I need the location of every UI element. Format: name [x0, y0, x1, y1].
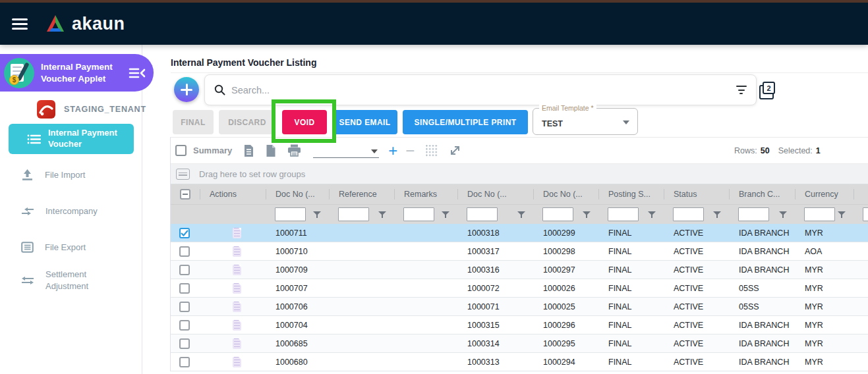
- filter-list-icon[interactable]: [736, 86, 747, 94]
- search-input[interactable]: [231, 85, 736, 95]
- column-header-doc-no[interactable]: Doc No (...: [266, 184, 330, 204]
- applet-avatar-icon: [4, 58, 34, 88]
- sidebar-item-internal-payment-voucher[interactable]: Internal Payment Voucher: [9, 124, 134, 154]
- column-header-status[interactable]: Status: [664, 184, 730, 204]
- funnel-icon[interactable]: [583, 211, 591, 219]
- export-file-icon[interactable]: [243, 144, 254, 157]
- cell-doc-no: 1000711: [266, 228, 330, 238]
- send-email-button[interactable]: SEND EMAIL: [332, 110, 397, 134]
- void-button[interactable]: VOID: [282, 110, 327, 134]
- table-row[interactable]: 1000704 1000315 1000296 FINAL ACTIVE IDA…: [171, 316, 868, 334]
- summary-label: Summary: [193, 146, 232, 155]
- blank-file-icon[interactable]: [266, 144, 276, 157]
- column-header-posting-status[interactable]: Posting S...: [599, 184, 664, 204]
- document-action-icon[interactable]: [233, 357, 241, 367]
- cell-doc-no: 1000704: [266, 321, 330, 330]
- sidebar-item-settlement-adjustment[interactable]: Settlement Adjustment: [21, 269, 105, 292]
- final-button[interactable]: FINAL: [173, 110, 214, 134]
- funnel-icon[interactable]: [779, 211, 787, 219]
- row-checkbox[interactable]: [179, 338, 190, 349]
- list-box-icon: [21, 242, 34, 253]
- applet-banner: Internal Payment Voucher Applet: [0, 54, 154, 92]
- minus-icon[interactable]: [405, 143, 415, 159]
- select-all-checkbox[interactable]: [180, 189, 190, 200]
- row-checkbox[interactable]: [179, 246, 190, 257]
- table-row[interactable]: 1000709 1000316 1000297 FINAL ACTIVE IDA…: [171, 261, 868, 279]
- document-action-icon[interactable]: [233, 320, 241, 331]
- row-checkbox[interactable]: [179, 228, 190, 238]
- cell-posting-status: FINAL: [599, 265, 664, 275]
- grid-toolbar: Summary: [171, 138, 868, 164]
- filter-input[interactable]: [338, 207, 369, 221]
- cell-branch: IDA BRANCH: [730, 358, 796, 367]
- funnel-icon[interactable]: [838, 211, 846, 219]
- sidebar-item-intercompany[interactable]: Intercompany: [21, 205, 98, 217]
- row-checkbox[interactable]: [179, 265, 190, 275]
- grid-dots-icon[interactable]: [425, 144, 438, 157]
- funnel-icon[interactable]: [313, 211, 321, 219]
- filter-input[interactable]: [542, 207, 573, 221]
- multi-page-icon[interactable]: [759, 82, 776, 98]
- print-icon[interactable]: [287, 144, 301, 157]
- column-header-actions[interactable]: Actions: [200, 184, 266, 204]
- column-header-branch-code[interactable]: Branch C...: [730, 184, 796, 204]
- row-group-drop-zone[interactable]: Drag here to set row groups: [171, 164, 868, 184]
- funnel-icon[interactable]: [442, 211, 449, 219]
- cell-doc-no-2: 1000071: [458, 302, 534, 311]
- table-row[interactable]: 1000710 1000317 1000298 FINAL ACTIVE IDA…: [171, 242, 868, 261]
- sidebar-collapse-icon[interactable]: [129, 67, 146, 80]
- column-header-reference[interactable]: Reference: [330, 184, 395, 204]
- filter-input[interactable]: [804, 207, 835, 221]
- intercompany-arrows-icon: [21, 206, 34, 217]
- discard-button[interactable]: DISCARD: [219, 110, 275, 134]
- summary-checkbox[interactable]: [175, 145, 187, 156]
- funnel-icon[interactable]: [378, 211, 386, 219]
- sidebar-item-file-import[interactable]: File Import: [21, 169, 85, 181]
- hamburger-menu-icon[interactable]: [12, 18, 28, 30]
- filter-input[interactable]: [863, 207, 868, 221]
- table-row[interactable]: 1000707 1000072 1000026 FINAL ACTIVE 05S…: [171, 279, 868, 298]
- add-button[interactable]: [174, 77, 199, 102]
- table-row[interactable]: 1000680 1000313 1000294 FINAL ACTIVE IDA…: [171, 353, 868, 371]
- sidebar-item-tenant[interactable]: STAGING_TENANT: [37, 100, 146, 119]
- table-row[interactable]: 1000711 1000318 1000299 FINAL ACTIVE IDA…: [171, 224, 868, 242]
- expand-icon[interactable]: [449, 144, 461, 157]
- funnel-icon[interactable]: [517, 211, 525, 219]
- filter-input[interactable]: [275, 207, 306, 221]
- single-multiple-print-button[interactable]: SINGLE/MULTIPLE PRINT: [403, 110, 528, 134]
- document-action-icon[interactable]: [233, 302, 241, 312]
- document-action-icon[interactable]: [233, 338, 241, 349]
- table-row[interactable]: 1000706 1000071 1000025 FINAL ACTIVE 05S…: [171, 298, 868, 316]
- filter-input[interactable]: [403, 207, 434, 221]
- logo-triangle-icon: [45, 14, 66, 33]
- cell-doc-no-2: 1000315: [458, 321, 534, 330]
- filter-input[interactable]: [738, 207, 769, 221]
- page-title: Internal Payment Voucher Listing: [171, 57, 316, 68]
- cell-posting-status: FINAL: [599, 321, 664, 330]
- column-header-currency[interactable]: Currency: [796, 184, 854, 204]
- cell-status: ACTIVE: [664, 265, 730, 275]
- document-action-icon[interactable]: [233, 246, 241, 257]
- filter-input[interactable]: [608, 207, 639, 221]
- table-row[interactable]: 1000685 1000314 1000295 FINAL ACTIVE IDA…: [171, 334, 868, 353]
- document-action-icon[interactable]: [233, 283, 241, 294]
- sidebar-item-file-export[interactable]: File Export: [21, 242, 86, 254]
- document-action-icon[interactable]: [233, 265, 241, 275]
- funnel-icon[interactable]: [713, 211, 721, 219]
- akaun-logo[interactable]: akaun: [45, 14, 125, 34]
- row-checkbox[interactable]: [179, 357, 190, 367]
- document-action-icon[interactable]: [233, 228, 241, 238]
- template-dropdown[interactable]: [313, 144, 379, 158]
- column-header-doc-no-3[interactable]: Doc No (...: [534, 184, 599, 204]
- row-checkbox[interactable]: [179, 302, 190, 312]
- filter-input[interactable]: [673, 207, 704, 221]
- column-header-remarks[interactable]: Remarks: [395, 184, 458, 204]
- row-checkbox[interactable]: [179, 283, 190, 294]
- column-header-doc-no-2[interactable]: Doc No (...: [458, 184, 534, 204]
- cell-doc-no-2: 1000313: [458, 358, 534, 367]
- filter-input[interactable]: [467, 207, 498, 221]
- funnel-icon[interactable]: [648, 211, 656, 219]
- row-checkbox[interactable]: [179, 320, 190, 331]
- plus-icon[interactable]: [388, 143, 397, 159]
- email-template-select[interactable]: Email Template * TEST: [533, 108, 638, 135]
